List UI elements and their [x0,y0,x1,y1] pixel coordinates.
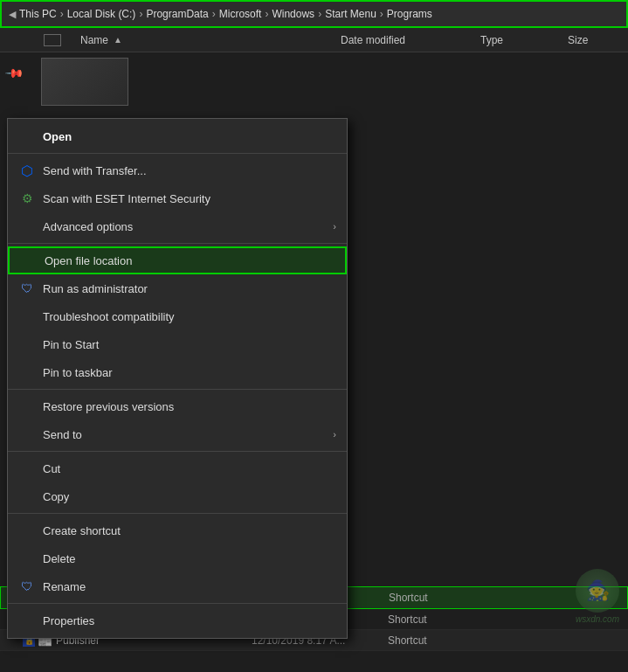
shield-icon: 🛡 [18,280,36,297]
menu-item-copy[interactable]: Copy [8,482,347,510]
breadcrumb-this-pc: This PC [19,8,57,20]
eset-icon: ⚙ [18,190,36,207]
column-headers: Name ▲ Date modified Type Size [0,28,628,52]
troubleshoot-icon [18,308,36,325]
powerpoint-type: Shortcut [388,613,475,626]
restore-icon [18,398,36,415]
col-date-header[interactable]: Date modified [341,34,480,46]
menu-label-open-file-location: Open file location [45,254,335,267]
menu-item-eset[interactable]: ⚙ Scan with ESET Internet Security [8,184,347,212]
open-icon [18,128,36,145]
menu-label-troubleshoot: Troubleshoot compatibility [43,310,336,323]
menu-label-run-admin: Run as administrator [43,282,336,295]
send-icon [18,426,36,443]
copy-icon [18,488,36,505]
watermark-figure: 🧙 [576,569,619,613]
address-bar[interactable]: ◀ This PC › Local Disk (C:) › ProgramDat… [0,0,628,28]
separator-2 [8,243,347,244]
separator-1 [8,153,347,154]
select-all-checkbox[interactable] [44,34,61,46]
delete-icon [18,550,36,567]
menu-label-send-to: Send to [43,428,333,441]
menu-label-rename: Rename [43,580,336,593]
menu-label-pin-start: Pin to Start [43,338,336,351]
col-type-header[interactable]: Type [480,34,568,46]
menu-label-properties: Properties [43,614,336,627]
menu-label-advanced-options: Advanced options [43,220,333,233]
separator-4 [8,451,347,452]
shortcut-icon [18,522,36,539]
advanced-arrow: › [333,221,336,232]
dropbox-icon: ⬡ [18,162,36,179]
menu-item-troubleshoot[interactable]: Troubleshoot compatibility [8,302,347,330]
breadcrumb-microsoft: Microsoft [219,8,262,20]
menu-item-delete[interactable]: Delete [8,544,347,572]
menu-label-eset: Scan with ESET Internet Security [43,192,336,205]
menu-item-open-file-location[interactable]: Open file location [8,246,347,274]
menu-item-send-to[interactable]: Send to › [8,420,347,448]
menu-item-send-transfer[interactable]: ⬡ Send with Transfer... [8,156,347,184]
menu-item-rename[interactable]: 🛡 Rename [8,572,347,600]
file-thumbnail [41,58,128,106]
watermark-text: wsxdn.com [576,614,619,624]
watermark: 🧙 wsxdn.com [576,569,619,624]
separator-6 [8,603,347,604]
cut-icon [18,460,36,477]
menu-item-restore-versions[interactable]: Restore previous versions [8,392,347,420]
menu-item-cut[interactable]: Cut [8,454,347,482]
pin-taskbar-icon [18,364,36,381]
menu-item-pin-start[interactable]: Pin to Start [8,330,347,358]
col-name-header[interactable]: Name ▲ [0,34,341,46]
breadcrumb-start-menu: Start Menu [325,8,376,20]
col-size-header[interactable]: Size [568,34,588,46]
menu-label-send-transfer: Send with Transfer... [43,164,336,177]
menu-label-restore-versions: Restore previous versions [43,400,336,413]
breadcrumb-programs: Programs [387,8,432,20]
separator-3 [8,389,347,390]
pin-start-icon [18,336,36,353]
nav-arrow: ◀ [9,9,16,20]
menu-item-properties[interactable]: Properties [8,606,347,634]
folder-icon [20,252,38,269]
menu-item-create-shortcut[interactable]: Create shortcut [8,516,347,544]
publisher-type: Shortcut [388,634,475,647]
breadcrumb-local-disk: Local Disk (C:) [67,8,136,20]
properties-icon [18,612,36,629]
breadcrumb-programdata: ProgramData [146,8,208,20]
menu-label-delete: Delete [43,552,336,565]
menu-label-create-shortcut: Create shortcut [43,524,336,537]
breadcrumb: This PC › Local Disk (C:) › ProgramData … [19,8,432,20]
sort-arrow: ▲ [114,35,122,45]
menu-item-run-admin[interactable]: 🛡 Run as administrator [8,274,347,302]
menu-label-copy: Copy [43,490,336,503]
menu-item-advanced-options[interactable]: Advanced options › [8,212,347,240]
rename-icon: 🛡 [18,578,36,595]
menu-label-pin-taskbar: Pin to taskbar [43,366,336,379]
menu-label-cut: Cut [43,462,336,475]
menu-item-pin-taskbar[interactable]: Pin to taskbar [8,358,347,386]
separator-5 [8,513,347,514]
menu-label-open: Open [43,130,336,143]
outlook-type: Shortcut [389,592,476,604]
menu-item-open[interactable]: Open [8,122,347,150]
context-menu: Open ⬡ Send with Transfer... ⚙ Scan with… [7,118,348,639]
advanced-icon [18,218,36,235]
breadcrumb-windows: Windows [272,8,314,20]
send-to-arrow: › [333,429,336,440]
